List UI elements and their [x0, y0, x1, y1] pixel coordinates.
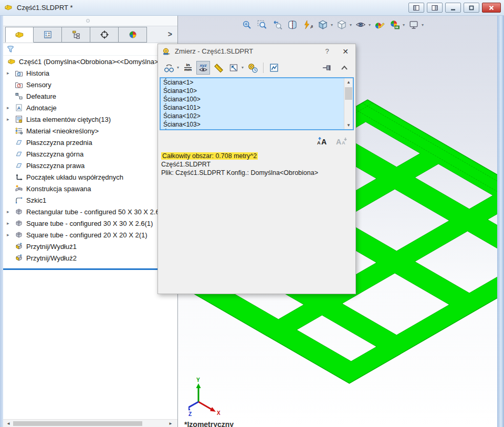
tree-item-label: Część1 (Domyślna<Obrobiona><<Domyślna>_S…	[19, 58, 169, 66]
tree-item[interactable]: Część1 (Domyślna<Obrobiona><<Domyślna>_S…	[3, 56, 177, 67]
expand-arrow-icon[interactable]: ▸	[7, 221, 9, 226]
panel-horizontal-scrollbar[interactable]: ◄ ►	[3, 419, 177, 427]
dropdown-caret-icon[interactable]: ▾	[422, 23, 424, 27]
create-sensor-chart-button[interactable]	[267, 61, 281, 75]
tree-item[interactable]: Przytnij/Wydłuż2	[3, 252, 177, 264]
z-axis-label: Z	[188, 411, 192, 417]
increase-font-button[interactable]: AA	[317, 137, 330, 148]
selected-face-item[interactable]: Ściana<10>	[161, 87, 353, 95]
measure-history-button[interactable]	[246, 61, 259, 75]
dialog-close-button[interactable]: ✕	[335, 47, 355, 56]
tree-item[interactable]: ▸Square tube - configured 30 X 30 X 2.6(…	[3, 217, 177, 229]
expand-arrow-icon[interactable]: ▸	[7, 209, 9, 214]
rollback-bar[interactable]	[3, 268, 177, 270]
tab-configurationmanager[interactable]	[62, 27, 90, 43]
edit-appearance-button[interactable]	[373, 18, 386, 32]
plane-icon	[15, 138, 23, 147]
dropdown-caret-icon[interactable]: ▾	[369, 23, 371, 27]
toggle-right-pane-button[interactable]	[427, 3, 443, 13]
weldment-icon	[15, 184, 23, 193]
selected-face-item[interactable]: Ściana<103>	[161, 120, 353, 129]
tree-item[interactable]: Płaszczyzna przednia	[3, 137, 177, 148]
expand-arrow-icon[interactable]: ▸	[7, 70, 9, 76]
tree-item[interactable]: Sensory	[3, 79, 177, 90]
units-in-mm-button[interactable]: inmm	[181, 61, 195, 75]
tree-item[interactable]: ▸Lista elementów ciętych(13)	[3, 113, 177, 125]
feature-tree-filter[interactable]	[3, 43, 177, 56]
apply-scene-button[interactable]	[388, 18, 402, 32]
measurement-caliper-button[interactable]	[212, 61, 225, 75]
expand-arrow-icon[interactable]: ▸	[7, 232, 9, 237]
zoom-to-area-button[interactable]	[255, 18, 269, 32]
scroll-down-icon[interactable]: ▼	[344, 123, 353, 128]
selected-face-item[interactable]: Ściana<102>	[161, 112, 353, 120]
scrollbar-thumb[interactable]	[13, 421, 142, 426]
tube-icon	[15, 219, 23, 227]
dropdown-caret-icon[interactable]: ▾	[350, 23, 352, 27]
y-axis-arrow	[196, 383, 201, 388]
tree-item[interactable]: Płaszczyzna górna	[3, 148, 177, 160]
tab-dimxpertmanager[interactable]	[90, 27, 119, 43]
expand-arrow-icon[interactable]: ▸	[7, 117, 9, 122]
tab-featuremanager-tree[interactable]	[5, 27, 34, 43]
tree-item[interactable]: Szkic1	[3, 194, 177, 206]
tree-item[interactable]: Materiał <nieokreślony>	[3, 125, 177, 137]
dropdown-caret-icon[interactable]: ▾	[331, 23, 333, 27]
show-xyz-measurements-button[interactable]: xyz	[196, 61, 210, 75]
previous-view-button[interactable]	[270, 18, 284, 32]
minimize-button[interactable]	[445, 3, 461, 13]
x-axis-arrow	[210, 407, 216, 412]
selected-face-item[interactable]: Ściana<100>	[161, 95, 353, 103]
tree-item[interactable]: Początek układu współrzędnych	[3, 171, 177, 183]
measure-dialog-titlebar[interactable]: Zmierz - Część1.SLDPRT ? ✕	[158, 44, 355, 58]
part-icon	[7, 57, 16, 66]
view-orientation-button[interactable]	[316, 18, 330, 32]
tree-item-label: Adnotacje	[26, 104, 57, 112]
dropdown-caret-icon[interactable]: ▾	[242, 65, 244, 70]
section-view-button[interactable]	[286, 18, 299, 32]
list-scrollbar-thumb[interactable]	[345, 87, 352, 100]
tree-item[interactable]: ▸AAdnotacje	[3, 102, 177, 113]
tree-item[interactable]: ▸Square tube - configured 20 X 20 X 2(1)	[3, 229, 177, 241]
zoom-to-fit-button[interactable]	[240, 18, 254, 32]
selected-face-item[interactable]: Ściana<104>	[161, 129, 353, 130]
tree-item[interactable]: Płaszczyzna prawa	[3, 160, 177, 171]
hide-show-items-button[interactable]	[354, 18, 368, 32]
list-scrollbar[interactable]: ▲ ▼	[344, 78, 353, 129]
tree-item-label: Przytnij/Wydłuż2	[26, 254, 77, 262]
tree-item-label: Początek układu współrzędnych	[26, 173, 123, 181]
sketch-icon	[15, 196, 23, 204]
svg-text:A: A	[17, 106, 21, 111]
arc-measure-button[interactable]	[162, 61, 176, 75]
close-button[interactable]	[482, 3, 501, 13]
selected-face-item[interactable]: Ściana<101>	[161, 103, 353, 112]
scroll-right-icon[interactable]: ►	[169, 421, 173, 426]
point-to-point-button[interactable]	[227, 61, 240, 75]
restore-button[interactable]	[464, 3, 479, 13]
tree-item[interactable]: ▸Rectangular tube - configured 50 X 30 X…	[3, 206, 177, 217]
expand-arrow-icon[interactable]: ▸	[7, 105, 9, 110]
annotations-toggle-button[interactable]: A	[301, 18, 314, 32]
tree-item[interactable]: Przytnij/Wydłuż1	[3, 241, 177, 252]
collapse-dialog-button[interactable]	[338, 61, 351, 75]
decrease-font-button[interactable]: AA	[335, 137, 349, 148]
selected-face-item[interactable]: Ściana<1>	[161, 78, 353, 87]
help-button[interactable]: ?	[319, 47, 335, 55]
panel-splitter[interactable]	[3, 16, 177, 26]
tab-displaymanager[interactable]	[119, 27, 147, 43]
display-style-button[interactable]	[335, 18, 349, 32]
toggle-left-pane-button[interactable]	[408, 3, 424, 13]
scroll-up-icon[interactable]: ▲	[344, 80, 353, 85]
view-settings-button[interactable]	[407, 18, 421, 32]
tree-item[interactable]: ▸Historia	[3, 67, 177, 79]
tabs-expand-chevron[interactable]: >	[168, 30, 172, 38]
scroll-left-icon[interactable]: ◄	[6, 421, 10, 426]
dropdown-caret-icon[interactable]: ▾	[403, 23, 405, 27]
tree-item[interactable]: Defeature	[3, 90, 177, 102]
tree-item-label: Szkic1	[26, 196, 46, 204]
pin-button[interactable]	[320, 61, 334, 75]
tab-propertymanager[interactable]	[34, 27, 62, 43]
tree-item[interactable]: Konstrukcja spawana	[3, 183, 177, 194]
dropdown-caret-icon[interactable]: ▾	[177, 65, 179, 70]
measure-selection-list[interactable]: Ściana<1>Ściana<10>Ściana<100>Ściana<101…	[160, 77, 354, 130]
